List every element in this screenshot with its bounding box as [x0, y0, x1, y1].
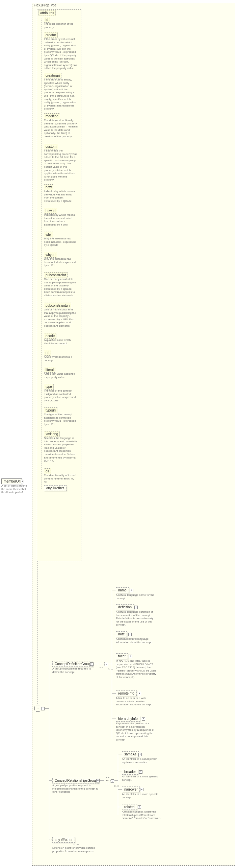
- rel-narrower-line: [118, 789, 122, 790]
- rel-group-connector: [49, 780, 52, 781]
- def-remoteinfo-expand[interactable]: +: [138, 692, 141, 695]
- attr-type: type: [44, 384, 54, 390]
- rel-narrower-expand[interactable]: +: [140, 788, 143, 791]
- def-name: name: [116, 587, 129, 593]
- def-hierarchyinfo-expand[interactable]: +: [142, 717, 145, 721]
- attr-custom: custom: [44, 144, 58, 149]
- attr-whyuri: whyuri: [44, 252, 57, 258]
- main-seq-to-attrs: [37, 561, 38, 705]
- def-facet-line: [112, 656, 116, 656]
- rel-sequence-card: 0..∞: [114, 784, 119, 788]
- attr-typeuri: typeuri: [44, 407, 57, 413]
- rel-broader-expand[interactable]: +: [139, 770, 142, 774]
- rel-narrower: narrower: [122, 787, 140, 792]
- def-remoteinfo-desc: A link to an item or a web resource whic…: [116, 697, 156, 706]
- rel-broader-line: [118, 772, 122, 772]
- memberof-label: memberOf: [4, 479, 20, 483]
- def-group-connector: [49, 664, 52, 664]
- def-hierarchyinfo-line: [112, 719, 116, 719]
- attr-howuri-desc: Indicates by which means the value was e…: [44, 213, 78, 226]
- attr-id: id: [44, 17, 50, 23]
- attr-id-desc: The local identifier of the property.: [44, 22, 78, 29]
- def-oct-in: [94, 664, 98, 664]
- memberof-desc: A set of Items around the same theme tha…: [1, 484, 30, 494]
- rel-sameas-line: [118, 754, 122, 754]
- rel-sameas: sameAs: [122, 751, 139, 757]
- rel-broader-label: broader: [124, 770, 136, 774]
- def-sequence-oct: ⋯: [98, 661, 105, 667]
- concept-relationships-expand[interactable]: +: [96, 779, 100, 782]
- concept-definition-group-label: ConceptDefinitionGroup: [55, 662, 91, 666]
- diagram-canvas: Flex1PropType attributes memberOf + A se…: [0, 0, 238, 868]
- rel-sameas-desc: An identifier of a concept with equivale…: [122, 757, 162, 764]
- attr-creatoruri-desc: If the attribute is empty, specifies whi…: [44, 78, 78, 111]
- rel-related-line: [118, 807, 122, 807]
- def-definition-line: [112, 607, 116, 607]
- concept-definition-expand[interactable]: +: [90, 662, 94, 666]
- ext-connector: [49, 840, 52, 840]
- def-name-desc: A natural language name for the concept.: [116, 593, 156, 600]
- rel-narrower-desc: An identifier of a more specific concept…: [122, 793, 162, 799]
- attr-qcode: qcode: [44, 333, 56, 339]
- main-oct-out: [44, 708, 49, 709]
- attr-dir-desc: The directionality of textual content (e…: [44, 474, 78, 484]
- main-sequence-oct: ⋯: [34, 705, 41, 712]
- concept-definition-group-desc: A group of properties required to define…: [52, 667, 96, 674]
- attr-literal-desc: A free-text value assigned as property v…: [44, 372, 78, 379]
- attr-literal: literal: [44, 367, 55, 373]
- memberof-connector: [24, 481, 32, 481]
- rel-related-desc: A related concept, where the relationshi…: [122, 810, 162, 820]
- concept-relationships-group-desc: A group of properties required to indica…: [52, 784, 100, 794]
- attr-how-desc: Indicates by which means the value was e…: [44, 190, 78, 203]
- attr-xmllang-desc: Specifies the language of this property …: [44, 437, 78, 463]
- def-definition-desc: A natural language definition of the sem…: [116, 610, 156, 627]
- rel-children-fork-v: [118, 754, 118, 815]
- attr-whyuri-desc: Why the metadata has been included - exp…: [44, 257, 78, 267]
- def-facet-desc: In NAR 1.8 and later, facet is deprecate…: [116, 659, 156, 679]
- def-hierarchyinfo-desc: Represents the position of a concept in …: [116, 722, 156, 742]
- def-note-expand[interactable]: +: [128, 633, 132, 636]
- attr-type-desc: The type of the concept assigned as cont…: [44, 389, 78, 402]
- rel-sameas-expand[interactable]: +: [138, 753, 142, 756]
- attr-pubconstrainturi-desc: One or many constraints that apply to pu…: [44, 308, 78, 328]
- extension-any-other: any ##other: [52, 837, 75, 843]
- def-sequence-card: 0..∞: [108, 668, 113, 671]
- attr-xmllang: xml:lang: [44, 431, 60, 437]
- attr-uri-desc: A URI which identifies a concept.: [44, 355, 78, 362]
- concept-relationships-group-label: ConceptRelationshipsGroup: [55, 779, 97, 782]
- flex1proptype-label: Flex1PropType: [34, 3, 56, 7]
- rel-narrower-label: narrower: [124, 788, 137, 791]
- rel-related-expand[interactable]: +: [138, 805, 141, 809]
- rel-sequence-expand[interactable]: -: [111, 779, 114, 783]
- def-oct-out: [108, 664, 112, 664]
- def-definition-expand[interactable]: +: [134, 606, 138, 609]
- rel-related: related: [122, 804, 137, 810]
- def-name-expand[interactable]: +: [130, 589, 133, 592]
- def-remoteinfo: remoteInfo: [116, 690, 137, 696]
- attr-why-desc: Why the metadata has been included - exp…: [44, 237, 78, 247]
- def-facet-expand[interactable]: +: [129, 655, 132, 658]
- def-remoteinfo-line: [112, 693, 116, 694]
- rel-broader-desc: An identifier of a more generic concept.: [122, 775, 162, 781]
- rel-oct-out: [114, 780, 118, 781]
- extension-card: 0..∞: [74, 843, 79, 846]
- def-facet-label: facet: [118, 654, 126, 658]
- attr-creatoruri: creatoruri: [44, 73, 61, 78]
- extension-desc: Extension point for provider-defined pro…: [52, 846, 96, 853]
- def-facet: facet: [116, 653, 128, 659]
- attr-any-other: any ##other: [44, 485, 67, 491]
- extension-any-other-label: any ##other: [55, 838, 73, 842]
- rel-broader: broader: [122, 769, 138, 775]
- def-sequence-expand[interactable]: -: [105, 663, 108, 666]
- attr-uri: uri: [44, 350, 51, 356]
- def-children-fork-v: [112, 590, 112, 739]
- memberof-box: memberOf: [1, 478, 22, 484]
- attr-creator: creator: [44, 32, 58, 38]
- main-sequence-expand[interactable]: -: [41, 707, 45, 710]
- def-definition: definition: [116, 604, 134, 610]
- attr-modified-desc: The date (and, optionally, the time) whe…: [44, 119, 78, 138]
- attr-qcode-desc: A qualified code which identifies a conc…: [44, 338, 78, 345]
- attr-howuri: howuri: [44, 208, 57, 214]
- memberof-expand[interactable]: +: [21, 480, 24, 483]
- attr-how: how: [44, 184, 53, 190]
